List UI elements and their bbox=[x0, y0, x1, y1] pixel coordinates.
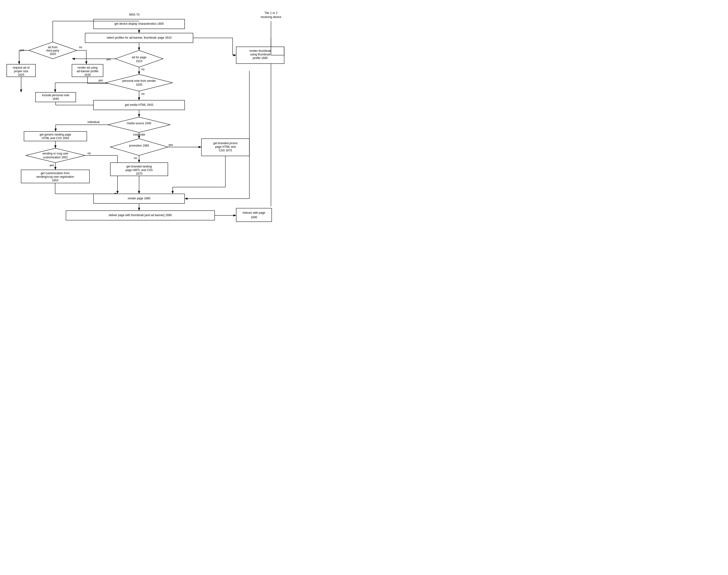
label-1653a: get customization from bbox=[41, 171, 70, 175]
label-1652b: customization 1652 bbox=[43, 156, 68, 159]
tier-label: Tier 1 or 2 bbox=[265, 11, 278, 14]
mss70-label: MSS 70 bbox=[129, 13, 140, 16]
yes-1652: yes bbox=[49, 164, 54, 167]
yes-1665: yes bbox=[169, 143, 173, 146]
label-1640b: 1640 bbox=[53, 97, 59, 101]
label-1690: deliver page with thumbnail [and ad bann… bbox=[109, 213, 172, 217]
box-1695 bbox=[236, 208, 272, 222]
no-1652: no bbox=[88, 151, 91, 155]
label-1640a: include personal note bbox=[42, 94, 69, 97]
label-1695b: 1695 bbox=[251, 216, 257, 219]
label-1665a: promotion 1665 bbox=[129, 144, 149, 147]
label-1610: select profiles for ad-banner, thumbnail… bbox=[107, 36, 172, 39]
label-1685c: profile 1685 bbox=[253, 56, 268, 60]
label-1653c: 1653 bbox=[52, 179, 59, 182]
label-1670b: page HMTL and CSS bbox=[126, 168, 153, 172]
no-1635: no bbox=[141, 92, 145, 96]
label-1615a: ad for page bbox=[132, 56, 146, 59]
label-1675a: get branded promo bbox=[213, 141, 238, 145]
label-1625c: 1625 bbox=[18, 73, 25, 76]
no-1620: no bbox=[79, 45, 82, 49]
yes-1615: yes bbox=[106, 58, 111, 61]
individual-label: individual bbox=[88, 121, 100, 124]
label-1605: get device display characteristics 1605 bbox=[114, 22, 164, 26]
label-1652a: sending or rcvg user bbox=[42, 152, 69, 155]
label-1675c: CSS 1675 bbox=[219, 149, 232, 152]
label-1643: get media HTML 1643 bbox=[125, 103, 153, 106]
label-1645a: media source 1645 bbox=[127, 122, 151, 125]
label-1680: render page 1680 bbox=[128, 197, 150, 200]
label-1635b: 1635 bbox=[136, 83, 142, 87]
yes-1635: yes bbox=[99, 79, 103, 82]
label-1670a: get branded landing bbox=[126, 165, 152, 168]
label-1625b: proper size bbox=[14, 70, 28, 73]
label-1650a: get generic landing page bbox=[40, 133, 71, 136]
no-1665: no bbox=[134, 157, 137, 160]
label-1685b: using thumbnail bbox=[250, 53, 270, 56]
label-1685a: render thumbnail bbox=[249, 49, 271, 53]
label-1630a: render ad using bbox=[77, 66, 97, 69]
label-1620c: 1620 bbox=[49, 52, 56, 56]
label-1653b: sending/rcvg user registration bbox=[36, 175, 74, 178]
label-1620b: third party bbox=[46, 49, 59, 52]
label-1695a: interact with page bbox=[243, 211, 265, 214]
label-1670c: 1670 bbox=[136, 172, 142, 175]
tier-label2: receiving device bbox=[261, 15, 281, 19]
label-1625a: request ad of bbox=[13, 66, 30, 69]
label-1675b: page HTML and bbox=[215, 145, 236, 148]
diamond-1652 bbox=[26, 148, 85, 163]
label-1650b: HTML and CSS 1650 bbox=[42, 136, 69, 140]
label-1620a: ad from bbox=[48, 45, 58, 49]
diamond-1635 bbox=[105, 74, 173, 91]
label-1630c: 1630 bbox=[84, 73, 91, 76]
label-1630b: ad-banner profile bbox=[77, 70, 99, 73]
no-1615: no bbox=[141, 68, 145, 71]
label-1615b: 1615 bbox=[136, 60, 142, 63]
label-1635a: personal note from sender bbox=[122, 79, 156, 82]
yes-1620: yes bbox=[20, 48, 25, 52]
